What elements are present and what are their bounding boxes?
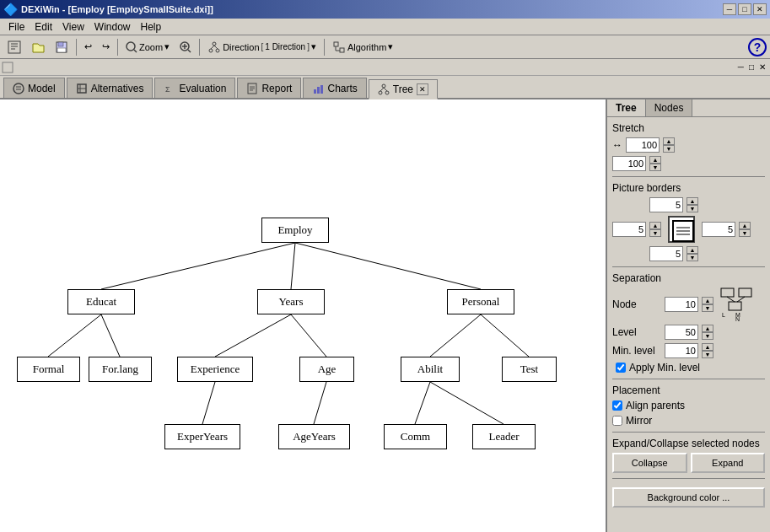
node-experyears[interactable]: ExperYears [164,424,240,449]
maximize-button[interactable]: □ [738,3,751,15]
border-bottom-down[interactable]: ▼ [687,254,698,261]
node-ageyears[interactable]: AgeYears [278,424,350,449]
tab-alternatives[interactable]: Alternatives [67,78,153,98]
tab-model[interactable]: Model [3,78,65,98]
svg-text:Σ: Σ [165,85,170,94]
svg-line-50 [481,314,529,357]
toolbar-zoom-in[interactable] [175,38,196,56]
sep-node-label: Node [612,298,661,310]
expand-button[interactable]: Expand [691,453,766,473]
node-employ[interactable]: Employ [261,218,329,243]
mdi-close[interactable]: ✕ [757,62,768,72]
border-left-up[interactable]: ▲ [649,222,661,229]
node-leader[interactable]: Leader [472,424,536,449]
node-abilit[interactable]: Abilit [401,357,460,382]
placement-label: Placement [612,384,765,396]
menu-edit[interactable]: Edit [30,19,57,35]
svg-line-42 [101,243,295,289]
background-color-button[interactable]: Background color ... [612,487,765,508]
app-title: DEXiWin - [Employ [EmploySmallSuite.dxi]… [21,4,213,14]
sep-minlevel-down[interactable]: ▼ [702,351,713,358]
mdi-maximize[interactable]: □ [746,62,757,72]
tab-tree[interactable]: Tree ✕ [369,79,438,99]
border-right-input[interactable] [702,222,735,237]
toolbar-algorithm[interactable]: Algorithm ▾ [328,38,397,56]
apply-minlevel-checkbox[interactable] [616,363,626,373]
stretch-v-down[interactable]: ▼ [649,164,661,171]
node-age[interactable]: Age [299,357,354,382]
node-formal[interactable]: Formal [17,357,80,382]
toolbar-redo[interactable]: ↪ [98,38,114,56]
border-bottom-up[interactable]: ▲ [687,246,698,254]
tab-tree-close[interactable]: ✕ [417,83,428,95]
mdi-icon [2,62,13,73]
open-icon [31,40,45,54]
toolbar-zoom[interactable]: Zoom ▾ [121,38,174,56]
border-left-input[interactable] [612,222,646,237]
border-right-up[interactable]: ▲ [739,222,751,229]
menu-window[interactable]: Window [89,19,136,35]
svg-line-48 [291,314,326,357]
svg-text:L: L [722,312,725,318]
menu-help[interactable]: Help [136,19,167,35]
collapse-button[interactable]: Collapse [612,453,687,473]
panel-content: Stretch ↔ ▲ ▼ ▲ ▼ Picture borders [607,117,770,532]
node-years[interactable]: Years [257,289,325,314]
svg-point-15 [216,49,219,52]
sep-node-input[interactable] [665,297,698,312]
sep-diagram-svg: L M N [720,287,754,321]
sep-minlevel-input[interactable] [665,343,698,358]
stretch-label: Stretch [612,122,765,134]
tab-report[interactable]: Report [237,78,301,98]
panel-tab-nodes[interactable]: Nodes [646,99,693,116]
toolbar-help-circle[interactable]: ? [748,38,767,56]
menu-view[interactable]: View [57,19,89,35]
menu-file[interactable]: File [3,19,30,35]
node-personal[interactable]: Personal [447,289,514,314]
border-top-input[interactable] [649,197,683,212]
stretch-h-down[interactable]: ▼ [663,145,675,153]
sep-node-down[interactable]: ▼ [702,304,713,312]
node-test[interactable]: Test [502,357,557,382]
border-left-down[interactable]: ▼ [649,229,661,237]
stretch-h-input[interactable] [626,137,660,153]
sep-level-input[interactable] [665,325,698,340]
borders-diagram [668,216,695,243]
svg-rect-18 [334,42,338,46]
svg-line-49 [430,314,481,357]
close-button[interactable]: ✕ [753,3,767,15]
sep-minlevel-up[interactable]: ▲ [702,343,713,351]
minimize-button[interactable]: ─ [723,3,736,15]
border-right-down[interactable]: ▼ [739,229,751,237]
stretch-h-spinner: ▲ ▼ [663,137,675,153]
svg-rect-60 [739,288,751,297]
border-bottom-input[interactable] [649,246,683,261]
mirror-checkbox[interactable] [612,416,622,426]
node-educat[interactable]: Educat [67,289,135,314]
border-top-down[interactable]: ▼ [687,205,698,212]
toolbar-open[interactable] [27,38,49,56]
stretch-v-input[interactable] [612,156,646,171]
main-area: Employ Educat Years Personal Formal For.… [0,99,770,532]
apply-minlevel-row: Apply Min. level [616,362,765,373]
save-icon [55,40,68,54]
sep-node-up[interactable]: ▲ [702,297,713,304]
panel-tab-tree[interactable]: Tree [607,99,646,116]
tab-charts[interactable]: Charts [303,78,366,98]
toolbar-model-icon[interactable] [3,38,25,56]
border-top-up[interactable]: ▲ [687,197,698,205]
node-experience[interactable]: Experience [177,357,253,382]
node-comm[interactable]: Comm [384,424,447,449]
align-parents-checkbox[interactable] [612,400,622,411]
node-forlang[interactable]: For.lang [89,357,152,382]
toolbar-undo[interactable]: ↩ [80,38,96,56]
sep-level-up[interactable]: ▲ [702,325,713,332]
sep-level-down[interactable]: ▼ [702,332,713,340]
svg-line-12 [188,50,191,52]
tab-evaluation[interactable]: Σ Evaluation [154,78,235,98]
toolbar-save[interactable] [51,38,73,56]
stretch-v-up[interactable]: ▲ [649,156,661,164]
toolbar-direction[interactable]: Direction [1 Direction] ▾ [203,38,320,56]
stretch-h-up[interactable]: ▲ [663,137,675,145]
mdi-minimize[interactable]: ─ [735,62,746,72]
